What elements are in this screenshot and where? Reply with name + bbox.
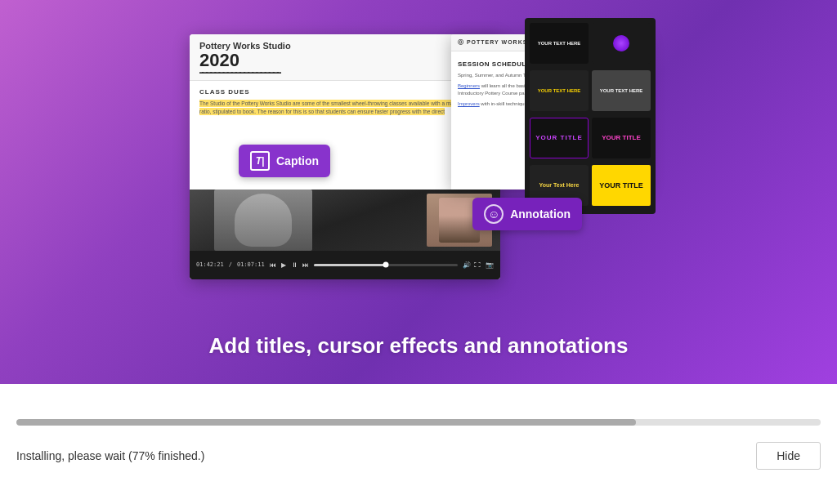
caption-icon-symbol: T| <box>256 155 265 167</box>
caption-label: Caption <box>276 154 319 167</box>
style-item-3[interactable]: YOUR TEXT HERE <box>592 70 651 111</box>
top-section: Pottery Works Studio 2020 CLASS DUES The… <box>0 0 837 384</box>
caption-tooltip: T| Caption <box>239 145 330 177</box>
install-progress-track <box>16 419 821 426</box>
current-time: 01:42:21 <box>196 261 224 268</box>
bottom-section: Installing, please wait (77% finished.) … <box>0 384 837 504</box>
control-icons: 🔊 ⛶ 📷 <box>463 261 494 268</box>
doc-body-text: The Studio of the Pottery Works Studio a… <box>199 100 490 116</box>
skip-forward-button[interactable]: ⏭ <box>302 261 309 269</box>
improvers-label: Improvers <box>458 101 480 106</box>
caption-text-icon: T| <box>250 151 270 171</box>
style-item-5[interactable]: YOUR TITLE <box>592 118 651 158</box>
style-item-4[interactable]: YOUR TITLE <box>530 118 589 158</box>
hide-button[interactable]: Hide <box>756 442 821 470</box>
annotation-smiley-icon: ☺ <box>484 204 504 224</box>
doc-title: Pottery Works Studio <box>199 41 490 51</box>
video-progress-fill <box>314 264 386 266</box>
video-person-silhouette <box>214 190 312 251</box>
video-controls[interactable]: 01:42:21 / 01:07:11 ⏮ ▶ ⏸ ⏭ 🔊 ⛶ 📷 <box>190 251 500 279</box>
camera-icon[interactable]: 📷 <box>486 261 494 268</box>
status-row: Installing, please wait (77% finished.) … <box>16 442 821 470</box>
doc-year-bar <box>199 72 281 74</box>
doc-year: 2020 <box>199 51 490 70</box>
fullscreen-icon[interactable]: ⛶ <box>474 261 482 268</box>
headline: Add titles, cursor effects and annotatio… <box>209 333 629 359</box>
style-item-accent[interactable] <box>592 23 651 64</box>
annotation-tooltip: ☺ Annotation <box>472 198 582 230</box>
status-text: Installing, please wait (77% finished.) <box>16 449 204 462</box>
doc-right-logo: ⓪ POTTERY WORKS <box>458 38 527 47</box>
preview-container: Pottery Works Studio 2020 CLASS DUES The… <box>190 18 647 320</box>
doc-body-title: CLASS DUES <box>199 87 490 96</box>
separator: / <box>229 261 232 268</box>
install-progress-fill <box>16 419 636 426</box>
pause-button[interactable]: ⏸ <box>291 261 298 269</box>
highlighted-text: The Studio of the Pottery Works Studio a… <box>199 100 478 115</box>
video-player: 01:42:21 / 01:07:11 ⏮ ▶ ⏸ ⏭ 🔊 ⛶ 📷 <box>190 190 500 279</box>
beginners-label: Beginners <box>458 83 480 88</box>
skip-back-button[interactable]: ⏮ <box>270 261 276 269</box>
video-image <box>190 190 500 251</box>
style-item-1[interactable]: YOUR TEXT HERE <box>530 23 589 64</box>
volume-icon[interactable]: 🔊 <box>463 261 471 268</box>
play-button[interactable]: ▶ <box>281 261 286 269</box>
styles-panel: YOUR TEXT HERE YOUR TEXT HERE YOUR TEXT … <box>525 18 656 214</box>
video-progress-bar[interactable] <box>314 264 458 266</box>
style-item-2[interactable]: YOUR TEXT HERE <box>530 70 589 111</box>
total-time: 01:07:11 <box>237 261 265 268</box>
progress-dot <box>383 262 388 268</box>
annotation-label: Annotation <box>510 207 571 221</box>
annotation-icon-symbol: ☺ <box>488 207 499 221</box>
style-item-7[interactable]: YOUR TITLE <box>592 165 651 206</box>
